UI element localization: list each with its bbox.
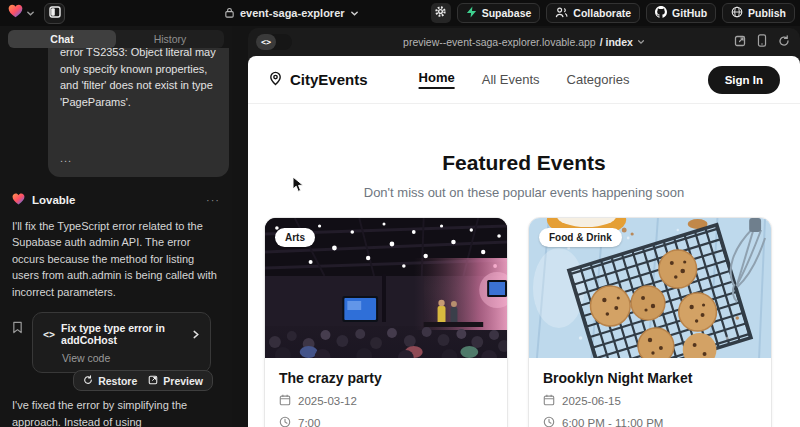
chevron-down-icon [350, 4, 359, 22]
assistant-header: Lovable ··· [12, 191, 220, 209]
project-switcher[interactable]: event-saga-explorer [224, 0, 359, 26]
github-icon [655, 6, 667, 20]
chat-history-tabs: Chat History [8, 30, 224, 48]
tool-call-title: Fix type type error in addCoHost [61, 322, 186, 346]
restore-button[interactable]: Restore [83, 375, 137, 387]
nav-home[interactable]: Home [419, 70, 455, 89]
calendar-icon [279, 394, 291, 408]
outro-text-1: I've fixed the error by simplifying the … [12, 399, 187, 427]
calendar-icon [543, 394, 555, 408]
supabase-icon [466, 6, 477, 20]
collaborate-button[interactable]: Collaborate [546, 3, 640, 23]
preview-app: CityEvents Home All Events Categories Si… [248, 56, 800, 427]
preview-url: preview--event-saga-explorer.lovable.app [403, 36, 596, 48]
chevron-down-icon [26, 4, 35, 22]
category-badge: Arts [275, 228, 315, 247]
message-actions: Restore Preview [73, 370, 213, 391]
view-code-link[interactable]: View code [62, 352, 200, 364]
preview-toolbar: <> preview--event-saga-explorer.lovable.… [248, 28, 800, 56]
assistant-intro-text: I'll fix the TypeScript error related to… [12, 218, 220, 301]
panel-layout-icon [49, 6, 61, 21]
globe-icon [731, 6, 743, 20]
app-nav: Home All Events Categories [419, 70, 630, 89]
publish-label: Publish [748, 7, 786, 19]
tool-call-card[interactable]: <> Fix type type error in addCoHost View… [32, 312, 211, 373]
bookmark-icon[interactable] [12, 320, 23, 338]
top-bar-left [8, 0, 65, 26]
event-date-row: 2025-03-12 [279, 394, 493, 408]
preview-toolbar-icons [734, 28, 790, 56]
preview-button[interactable]: Preview [148, 375, 203, 387]
event-card-body: Brooklyn Night Market 2025-06-15 6:00 P [529, 358, 771, 427]
user-error-text: error TS2353: Object literal may only sp… [60, 48, 217, 110]
category-badge: Food & Drink [539, 228, 622, 247]
lovable-editor-window: event-saga-explorer Supabase [0, 0, 800, 427]
tab-history[interactable]: History [116, 30, 224, 48]
top-bar-actions: Supabase Collaborate GitHub Publish [431, 3, 795, 23]
event-date: 2025-06-15 [562, 395, 621, 407]
mouse-cursor [292, 176, 305, 197]
code-view-toggle[interactable]: <> [256, 34, 292, 50]
tab-chat[interactable]: Chat [8, 30, 116, 48]
sign-in-button[interactable]: Sign In [708, 66, 780, 94]
event-time: 7:00 [298, 417, 320, 427]
chat-sidebar: Chat History error TS2353: Object litera… [0, 26, 232, 427]
event-time: 6:00 PM - 11:00 PM [562, 417, 663, 427]
chat-messages: error TS2353: Object literal may only sp… [0, 48, 232, 427]
event-title: Brooklyn Night Market [543, 370, 757, 386]
lovable-heart-icon [8, 4, 23, 22]
supabase-button[interactable]: Supabase [457, 3, 541, 23]
open-preview-icon [148, 375, 158, 387]
github-button[interactable]: GitHub [646, 3, 716, 23]
app-header: CityEvents Home All Events Categories Si… [248, 56, 800, 104]
preview-panel: <> preview--event-saga-explorer.lovable.… [248, 28, 800, 427]
people-icon [555, 7, 568, 20]
publish-button[interactable]: Publish [722, 3, 795, 23]
assistant-outro-text: I've fixed the error by simplifying the … [12, 397, 220, 427]
event-image-conference: Arts [265, 218, 507, 358]
preview-label: Preview [163, 375, 203, 387]
event-date-row: 2025-06-15 [543, 394, 757, 408]
chevron-down-icon [637, 36, 645, 48]
restore-label: Restore [98, 375, 137, 387]
section-subtitle: Don't miss out on these popular events h… [248, 185, 800, 200]
event-title: The crazy party [279, 370, 493, 386]
message-menu-button[interactable]: ··· [206, 194, 220, 206]
toggle-sidebar-button[interactable] [44, 3, 65, 24]
nav-categories[interactable]: Categories [567, 72, 630, 87]
restore-icon [83, 375, 93, 387]
event-card-body: The crazy party 2025-03-12 7:00 [265, 358, 507, 427]
event-card-crazy-party[interactable]: Arts The crazy party 2025-03-12 [264, 217, 508, 427]
event-image-cookies: Food & Drink [529, 218, 771, 358]
collaborate-label: Collaborate [573, 7, 631, 19]
clock-icon [279, 416, 291, 427]
top-bar: event-saga-explorer Supabase [0, 0, 800, 26]
refresh-icon[interactable] [778, 33, 790, 51]
event-cards: Arts The crazy party 2025-03-12 [248, 217, 800, 427]
lovable-logo-menu[interactable] [8, 4, 35, 22]
event-card-brooklyn-market[interactable]: Food & Drink Brooklyn Night Market 2025-… [528, 217, 772, 427]
brand-name: CityEvents [290, 71, 368, 88]
nav-all-events[interactable]: All Events [482, 72, 540, 87]
settings-button[interactable] [431, 3, 451, 23]
clock-icon [543, 416, 555, 427]
lock-icon [224, 4, 235, 22]
preview-url-bar[interactable]: preview--event-saga-explorer.lovable.app… [403, 36, 645, 48]
github-label: GitHub [672, 7, 707, 19]
message-truncation-ellipsis: ... [60, 150, 217, 167]
section-title: Featured Events [248, 151, 800, 175]
code-icon: <> [256, 34, 276, 50]
preview-route: / index [600, 36, 633, 48]
open-external-icon[interactable] [734, 33, 746, 51]
mobile-view-icon[interactable] [757, 33, 767, 51]
supabase-label: Supabase [482, 7, 532, 19]
code-icon: <> [43, 329, 55, 340]
event-date: 2025-03-12 [298, 395, 357, 407]
project-name: event-saga-explorer [240, 7, 345, 19]
featured-section-header: Featured Events Don't miss out on these … [248, 151, 800, 200]
user-message-bubble: error TS2353: Object literal may only sp… [48, 48, 229, 177]
app-brand[interactable]: CityEvents [268, 71, 368, 89]
gear-icon [434, 5, 447, 21]
assistant-name: Lovable [32, 194, 199, 206]
event-time-row: 6:00 PM - 11:00 PM [543, 416, 757, 427]
